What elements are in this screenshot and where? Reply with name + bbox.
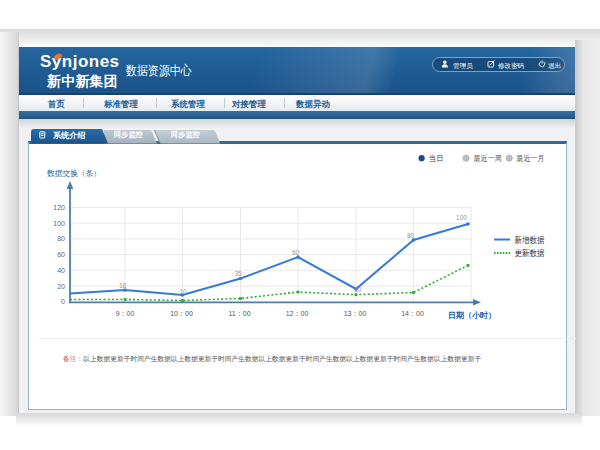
svg-text:20: 20 [57, 283, 65, 290]
svg-text:60: 60 [57, 251, 65, 258]
svg-text:80: 80 [57, 235, 65, 242]
svg-text:13：00: 13：00 [344, 310, 367, 317]
svg-text:35: 35 [234, 270, 242, 277]
svg-text:新增数据: 新增数据 [515, 235, 545, 245]
svg-text:100: 100 [456, 214, 467, 221]
svg-text:12：00: 12：00 [286, 310, 309, 317]
svg-text:60: 60 [292, 249, 300, 256]
svg-text:40: 40 [57, 267, 65, 274]
svg-text:9：00: 9：00 [116, 310, 135, 317]
svg-text:更新数据: 更新数据 [515, 248, 545, 258]
svg-text:日期（小时）: 日期（小时） [448, 311, 496, 320]
svg-text:11：00: 11：00 [228, 310, 250, 317]
svg-text:10: 10 [354, 286, 362, 293]
svg-text:最近一周: 最近一周 [474, 154, 502, 163]
svg-text:18: 18 [119, 282, 127, 289]
svg-text:数据交换（条）: 数据交换（条） [47, 169, 101, 178]
svg-text:80: 80 [407, 232, 415, 239]
svg-text:120: 120 [53, 204, 65, 211]
svg-text:0: 0 [61, 298, 65, 305]
svg-text:14：00: 14：00 [401, 310, 424, 317]
svg-text:10：00: 10：00 [170, 310, 193, 317]
svg-text:当日: 当日 [429, 154, 444, 163]
svg-text:10: 10 [179, 288, 187, 295]
svg-text:100: 100 [53, 220, 65, 227]
svg-text:最近一月: 最近一月 [516, 154, 544, 163]
